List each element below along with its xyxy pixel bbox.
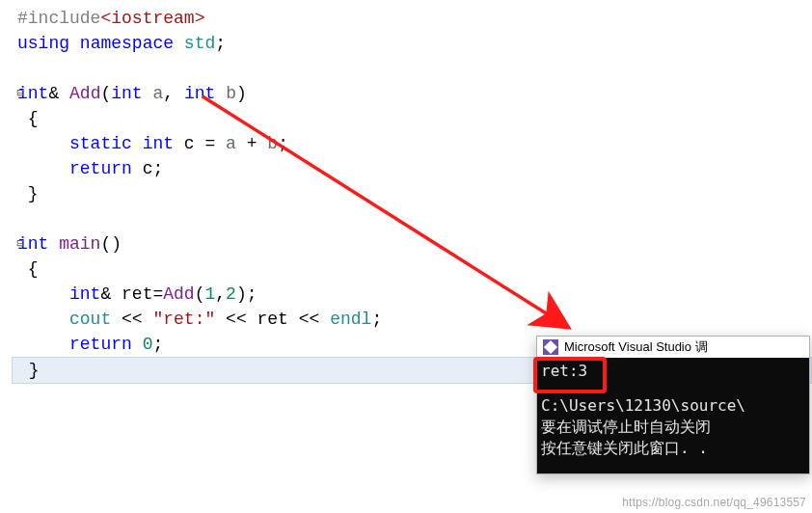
- console-msg: 按任意键关闭此窗口. .: [541, 438, 805, 459]
- console-body[interactable]: ret:3 C:\Users\12130\source\ 要在调试停止时自动关闭…: [537, 358, 809, 473]
- fn-add: Add: [69, 84, 100, 103]
- kw-namespace: namespace: [80, 34, 174, 53]
- fold-icon[interactable]: ⊟: [15, 81, 25, 106]
- ns-std: std: [184, 34, 215, 53]
- code-line: {: [14, 106, 812, 131]
- console-msg: 要在调试停止时自动关闭: [541, 417, 805, 438]
- code-line: int& ret=Add(1,2);: [14, 282, 812, 307]
- preproc-directive: #include: [17, 9, 100, 28]
- kw-using: using: [17, 34, 69, 53]
- code-line: ⊟int main(): [14, 231, 812, 256]
- console-output: ret:3: [541, 361, 805, 382]
- fold-icon[interactable]: ⊟: [15, 231, 25, 256]
- code-editor[interactable]: #include<iostream> using namespace std; …: [0, 0, 812, 390]
- include-header: <iostream>: [100, 9, 204, 28]
- code-line: return c;: [14, 156, 812, 181]
- code-line: {: [14, 256, 812, 282]
- code-blank: [14, 56, 812, 81]
- console-title: Microsoft Visual Studio 调: [564, 338, 708, 356]
- code-line: using namespace std;: [14, 31, 812, 56]
- code-line: cout << "ret:" << ret << endl;: [14, 307, 812, 332]
- code-blank: [14, 206, 812, 231]
- console-path: C:\Users\12130\source\: [541, 395, 805, 417]
- code-line: static int c = a + b;: [14, 131, 812, 156]
- fn-main: main: [59, 234, 100, 254]
- code-line: }: [14, 181, 812, 206]
- watermark-text: https://blog.csdn.net/qq_49613557: [622, 496, 806, 509]
- code-line: #include<iostream>: [14, 6, 812, 31]
- console-window[interactable]: Microsoft Visual Studio 调 ret:3 C:\Users…: [536, 336, 810, 474]
- visual-studio-icon: [543, 339, 558, 355]
- console-titlebar[interactable]: Microsoft Visual Studio 调: [537, 337, 809, 358]
- code-line: ⊟int& Add(int a, int b): [14, 81, 812, 106]
